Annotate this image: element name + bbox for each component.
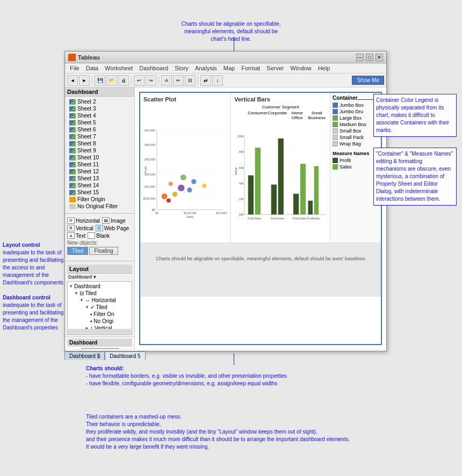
tab-dashboard-5[interactable]: Dashboard 5 — [105, 351, 145, 360]
size-select[interactable]: Exactly Automatic — [81, 348, 119, 349]
scatter-svg: $3,000,000 $2,500,000 $2,000,000 $1,500,… — [143, 105, 227, 233]
sidebar-sheet-3[interactable]: Sheet 3 — [67, 105, 132, 112]
legend-wrap-bag: Wrap Bag — [333, 141, 379, 147]
menu-analysis[interactable]: Analysis — [192, 64, 220, 72]
sidebar-no-original-filter[interactable]: No Original Filter — [67, 203, 132, 210]
svg-point-28 — [202, 184, 206, 188]
tiled-button[interactable]: Tiled — [67, 247, 88, 255]
save-button[interactable]: 💾 — [95, 75, 105, 86]
obj-webpage[interactable]: 🌐 Web Page — [96, 225, 129, 231]
tree-no-origi[interactable]: ▪ No Origi — [69, 318, 131, 325]
svg-text:$2,500,000: $2,500,000 — [143, 143, 155, 147]
bar-chart-svg: 10M 8M 6M 4M 2M 0M Value — [234, 121, 327, 234]
toolbar-separator-4 — [198, 76, 198, 85]
svg-text:$500,000: $500,000 — [143, 197, 155, 200]
svg-text:Profit: Profit — [271, 217, 278, 220]
svg-text:Value: Value — [234, 167, 237, 175]
menu-server[interactable]: Server — [264, 64, 286, 72]
dashboard-panel-title: Dashboard — [67, 339, 132, 347]
menu-map[interactable]: Map — [221, 64, 237, 72]
svg-text:Sales: Sales — [186, 215, 194, 218]
obj-horizontal[interactable]: ⊟ Horizontal — [67, 217, 100, 224]
toolbar: ◄ ► 💾 📂 🖨 ↩ ↪ A ✏ ⊟ ⇄ ↕ Show Me — [65, 74, 386, 87]
close-button[interactable]: ✕ — [376, 54, 383, 61]
segment-small: Small Business — [307, 111, 327, 120]
bar-chart-panel: Vertical Bars Customer Segment Consumer … — [231, 93, 330, 243]
annotation-charts-should: Charts should: - have formattable border… — [86, 365, 287, 387]
obj-text[interactable]: A Text — [67, 232, 85, 239]
show-me-button[interactable]: Show Me — [352, 76, 384, 85]
menu-dashboard[interactable]: Dashboard — [136, 64, 171, 72]
svg-point-27 — [191, 179, 196, 184]
new-objects-label: New objects: — [67, 240, 132, 246]
layout-dropdown[interactable]: Dashboard ▾ — [67, 274, 132, 280]
svg-point-23 — [178, 185, 184, 191]
menu-story[interactable]: Story — [172, 64, 191, 72]
open-button[interactable]: 📂 — [106, 75, 117, 86]
sidebar-sheet-8[interactable]: Sheet 8 — [67, 140, 132, 147]
tableau-window: Tableau — □ ✕ File Data Worksheet Dashbo… — [64, 51, 387, 351]
menu-file[interactable]: File — [67, 64, 82, 72]
tree-filter-on[interactable]: ▪ Filter On — [69, 311, 131, 318]
menu-data[interactable]: Data — [83, 64, 101, 72]
sidebar-sheet-11[interactable]: Sheet 11 — [67, 161, 132, 168]
menu-format[interactable]: Format — [239, 64, 263, 72]
sidebar-divider-1 — [65, 213, 134, 214]
sidebar-filter-origin[interactable]: Filter Origin — [67, 196, 132, 203]
print-button[interactable]: 🖨 — [118, 75, 129, 86]
sidebar-divider-2 — [65, 261, 134, 261]
format-btn[interactable]: A — [161, 75, 172, 86]
undo-button[interactable]: ↩ — [134, 75, 145, 86]
sheet-icon — [69, 99, 76, 105]
tree-vertical[interactable]: ► ↕ Vertical — [69, 325, 131, 329]
obj-image[interactable]: 🖼 Image — [102, 217, 126, 224]
tab-dashboard-dollar[interactable]: Dashboard $ — [64, 351, 105, 360]
layout-tree[interactable]: ▼ Dashboard ▼ ⊟ Tiled ▼ ↔ Horizontal ▼ ✓… — [67, 281, 132, 329]
svg-rect-46 — [255, 148, 261, 215]
sidebar-sheet-10[interactable]: Sheet 10 — [67, 154, 132, 161]
sheet-icon — [69, 155, 76, 160]
svg-text:$10,000,000: $10,000,000 — [216, 212, 227, 215]
sidebar-sheet-7[interactable]: Sheet 7 — [67, 133, 132, 140]
floating-button[interactable]: Floating — [89, 247, 118, 255]
sort-btn[interactable]: ↕ — [212, 75, 223, 86]
sidebar-sheet-4[interactable]: Sheet 4 — [67, 112, 132, 119]
highlight-btn[interactable]: ✏ — [173, 75, 184, 86]
minimize-button[interactable]: — — [356, 54, 364, 61]
image-icon: 🖼 — [102, 217, 110, 224]
obj-blank[interactable]: Blank — [88, 232, 110, 239]
menu-help[interactable]: Help — [315, 64, 333, 72]
svg-text:Sales: Sales — [300, 217, 307, 220]
maximize-button[interactable]: □ — [366, 54, 373, 61]
sidebar-sheet-12[interactable]: Sheet 12 — [67, 168, 132, 175]
tree-horizontal[interactable]: ▼ ↔ Horizontal — [69, 297, 131, 304]
forward-button[interactable]: ► — [79, 75, 90, 86]
dashboard-size-panel: Dashboard Size: Exactly Automatic w h — [65, 336, 134, 349]
scroll-bar[interactable] — [67, 331, 132, 335]
sidebar-sheet-13[interactable]: Sheet 13 — [67, 175, 132, 182]
svg-text:$3,000,000: $3,000,000 — [143, 129, 155, 132]
svg-text:10M: 10M — [237, 135, 244, 138]
sidebar-sheet-5[interactable]: Sheet 5 — [67, 119, 132, 126]
svg-text:2M: 2M — [239, 197, 243, 201]
menu-window[interactable]: Window — [288, 64, 314, 72]
back-button[interactable]: ◄ — [67, 75, 78, 86]
sidebar-sheet-14[interactable]: Sheet 14 — [67, 182, 132, 189]
sidebar-sheet-2[interactable]: Sheet 2 — [67, 98, 132, 105]
tree-tiled-2[interactable]: ▼ ✓ Tiled — [69, 304, 131, 311]
sheet-icon — [69, 141, 76, 147]
tree-dashboard[interactable]: ▼ Dashboard — [69, 283, 131, 290]
obj-vertical[interactable]: ⊞ Vertical — [67, 225, 93, 231]
window-controls[interactable]: — □ ✕ — [356, 54, 383, 61]
svg-text:Sales: Sales — [313, 217, 320, 220]
menu-worksheet[interactable]: Worksheet — [102, 64, 135, 72]
sidebar-sheet-9[interactable]: Sheet 9 — [67, 147, 132, 154]
sidebar-sheet-6[interactable]: Sheet 6 — [67, 126, 132, 133]
tree-tiled[interactable]: ▼ ⊟ Tiled — [69, 290, 131, 297]
chart-container: Scatter Plot $3,000,000 $2,500,000 $2,00… — [139, 92, 382, 345]
redo-button[interactable]: ↪ — [146, 75, 156, 86]
sidebar-dashboard-title: Dashboard — [65, 87, 134, 97]
swap-btn[interactable]: ⇄ — [200, 75, 211, 86]
sidebar-sheet-15[interactable]: Sheet 15 — [67, 189, 132, 196]
filter-btn[interactable]: ⊟ — [185, 75, 196, 86]
